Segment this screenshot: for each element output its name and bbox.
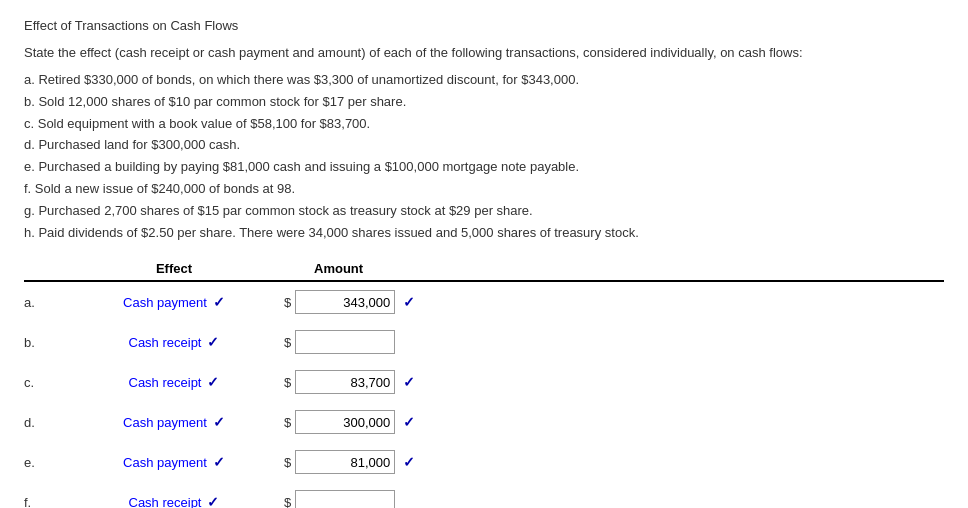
- amount-cell: $: [284, 330, 504, 354]
- dollar-sign: $: [284, 295, 291, 310]
- row-label: c.: [24, 375, 64, 390]
- table-row: a.Cash payment✓$✓: [24, 286, 944, 318]
- effect-text: Cash payment: [123, 295, 207, 310]
- row-label: f.: [24, 495, 64, 508]
- transaction-item: e. Purchased a building by paying $81,00…: [24, 157, 944, 178]
- table-row: f.Cash receipt✓$: [24, 486, 944, 508]
- transaction-item: b. Sold 12,000 shares of $10 par common …: [24, 92, 944, 113]
- transaction-item: a. Retired $330,000 of bonds, on which t…: [24, 70, 944, 91]
- table-row: e.Cash payment✓$✓: [24, 446, 944, 478]
- row-label: a.: [24, 295, 64, 310]
- amount-header: Amount: [284, 261, 504, 276]
- amount-check-icon: ✓: [403, 454, 415, 470]
- amount-cell: $✓: [284, 370, 504, 394]
- amount-cell: $✓: [284, 410, 504, 434]
- effect-text: Cash payment: [123, 455, 207, 470]
- amount-cell: $: [284, 490, 504, 508]
- effect-header: Effect: [64, 261, 284, 276]
- transaction-item: g. Purchased 2,700 shares of $15 par com…: [24, 201, 944, 222]
- dollar-sign: $: [284, 335, 291, 350]
- effect-check-icon: ✓: [213, 454, 225, 470]
- transaction-item: c. Sold equipment with a book value of $…: [24, 114, 944, 135]
- page-title: Effect of Transactions on Cash Flows: [24, 18, 944, 33]
- instructions: State the effect (cash receipt or cash p…: [24, 45, 944, 60]
- amount-input[interactable]: [295, 410, 395, 434]
- effect-text: Cash receipt: [129, 495, 202, 508]
- amount-input[interactable]: [295, 450, 395, 474]
- effect-cell: Cash payment✓: [64, 414, 284, 430]
- effect-cell: Cash receipt✓: [64, 494, 284, 508]
- row-label: b.: [24, 335, 64, 350]
- table-row: b.Cash receipt✓$: [24, 326, 944, 358]
- transactions-list: a. Retired $330,000 of bonds, on which t…: [24, 70, 944, 243]
- dollar-sign: $: [284, 375, 291, 390]
- amount-input[interactable]: [295, 370, 395, 394]
- table-row: c.Cash receipt✓$✓: [24, 366, 944, 398]
- transaction-item: h. Paid dividends of $2.50 per share. Th…: [24, 223, 944, 244]
- table-row: d.Cash payment✓$✓: [24, 406, 944, 438]
- transaction-item: d. Purchased land for $300,000 cash.: [24, 135, 944, 156]
- amount-check-icon: ✓: [403, 374, 415, 390]
- amount-input[interactable]: [295, 290, 395, 314]
- effect-text: Cash receipt: [129, 375, 202, 390]
- effect-check-icon: ✓: [213, 294, 225, 310]
- dollar-sign: $: [284, 495, 291, 508]
- effect-check-icon: ✓: [213, 414, 225, 430]
- effect-cell: Cash payment✓: [64, 294, 284, 310]
- effect-cell: Cash receipt✓: [64, 374, 284, 390]
- amount-cell: $✓: [284, 450, 504, 474]
- dollar-sign: $: [284, 415, 291, 430]
- dollar-sign: $: [284, 455, 291, 470]
- amount-input[interactable]: [295, 490, 395, 508]
- effect-cell: Cash receipt✓: [64, 334, 284, 350]
- amount-check-icon: ✓: [403, 294, 415, 310]
- amount-check-icon: ✓: [403, 414, 415, 430]
- effect-text: Cash payment: [123, 415, 207, 430]
- amount-input[interactable]: [295, 330, 395, 354]
- row-label: d.: [24, 415, 64, 430]
- effect-check-icon: ✓: [207, 374, 219, 390]
- amount-cell: $✓: [284, 290, 504, 314]
- row-label: e.: [24, 455, 64, 470]
- effect-check-icon: ✓: [207, 494, 219, 508]
- effect-cell: Cash payment✓: [64, 454, 284, 470]
- effect-text: Cash receipt: [129, 335, 202, 350]
- transaction-item: f. Sold a new issue of $240,000 of bonds…: [24, 179, 944, 200]
- effect-check-icon: ✓: [207, 334, 219, 350]
